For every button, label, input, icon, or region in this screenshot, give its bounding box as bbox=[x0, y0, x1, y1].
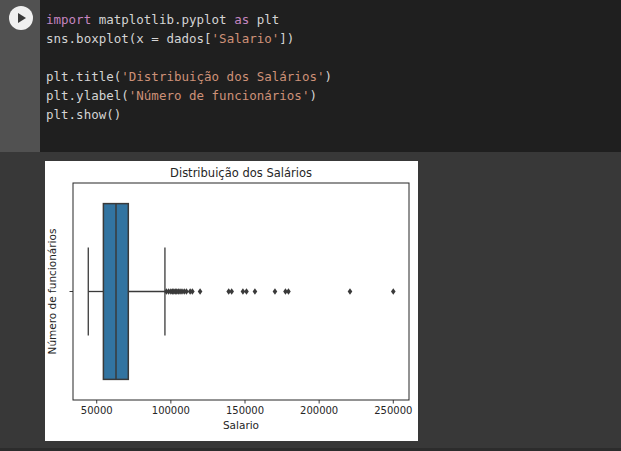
svg-text:50000: 50000 bbox=[81, 405, 113, 416]
code-line: plt.ylabel('Número de funcionários') bbox=[46, 86, 621, 105]
run-cell-button[interactable] bbox=[9, 6, 33, 30]
svg-text:150000: 150000 bbox=[226, 405, 264, 416]
code-line: plt.title('Distribuição dos Salários') bbox=[46, 67, 621, 86]
code-editor[interactable]: import matplotlib.pyplot as pltsns.boxpl… bbox=[40, 0, 621, 152]
chart-output: Distribuição dos SaláriosSalarioNúmero d… bbox=[45, 161, 418, 441]
notebook-page: import matplotlib.pyplot as pltsns.boxpl… bbox=[0, 0, 621, 451]
svg-text:Salario: Salario bbox=[223, 419, 259, 431]
svg-text:250000: 250000 bbox=[374, 405, 412, 416]
code-line: plt.show() bbox=[46, 105, 621, 124]
svg-text:100000: 100000 bbox=[152, 405, 190, 416]
code-line: sns.boxplot(x = dados['Salario']) bbox=[46, 29, 621, 48]
code-line: import matplotlib.pyplot as plt bbox=[46, 10, 621, 29]
svg-text:200000: 200000 bbox=[300, 405, 338, 416]
svg-text:Número de funcionários: Número de funcionários bbox=[46, 229, 58, 355]
cell-gutter bbox=[0, 0, 40, 152]
code-content: import matplotlib.pyplot as pltsns.boxpl… bbox=[46, 10, 621, 124]
svg-text:Distribuição dos Salários: Distribuição dos Salários bbox=[170, 166, 312, 180]
code-cell: import matplotlib.pyplot as pltsns.boxpl… bbox=[0, 0, 621, 152]
boxplot-figure: Distribuição dos SaláriosSalarioNúmero d… bbox=[45, 161, 418, 441]
code-line bbox=[46, 48, 621, 67]
play-icon bbox=[18, 13, 26, 23]
